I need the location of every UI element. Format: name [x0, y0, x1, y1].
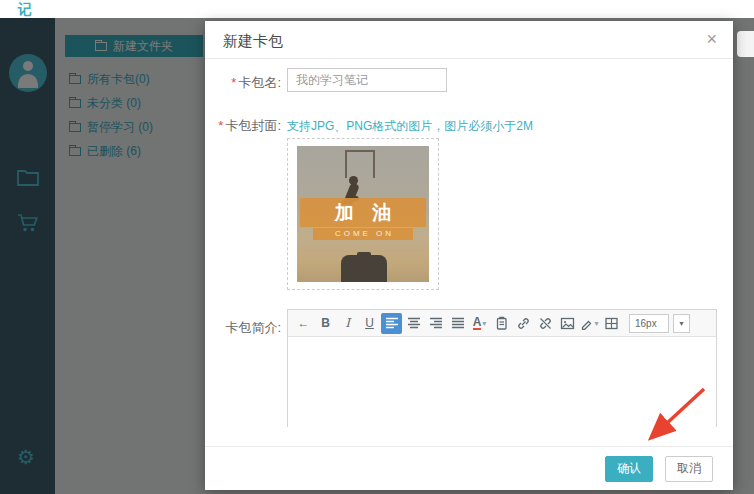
confirm-button[interactable]: 确认 — [605, 456, 653, 482]
unlink-icon[interactable] — [535, 313, 556, 334]
topbar: 记 — [0, 0, 754, 18]
font-color-button[interactable]: A▾ — [469, 313, 490, 334]
barrel-shape — [341, 255, 387, 282]
cover-upload-box[interactable]: 加 油 COME ON — [287, 138, 439, 290]
modal-header: 新建卡包 × — [205, 21, 733, 59]
modal-title: 新建卡包 — [223, 32, 283, 51]
italic-button[interactable]: I — [337, 313, 358, 334]
cancel-button[interactable]: 取消 — [665, 456, 713, 482]
goalpost-shape — [345, 150, 375, 178]
editor-content-area[interactable] — [288, 337, 716, 427]
partial-edge-element — [737, 31, 754, 57]
paste-icon[interactable] — [491, 313, 512, 334]
cover-title-text: 加 油 — [300, 198, 426, 227]
bold-button[interactable]: B — [315, 313, 336, 334]
cover-format-hint: 支持JPG、PNG格式的图片，图片必须小于2M — [287, 118, 533, 135]
close-icon[interactable]: × — [706, 30, 717, 48]
editor-toolbar: ← B I U A▾ — [288, 310, 716, 337]
modal-footer: 确认 取消 — [205, 446, 733, 490]
new-cardpack-modal: 新建卡包 × *卡包名: *卡包封面: 支持JPG、PNG格式的图片，图片必须小… — [205, 21, 733, 490]
cardpack-intro-label: 卡包简介: — [209, 319, 281, 337]
required-mark: * — [218, 118, 223, 133]
app-screen: 记 ⚙ 新建文件夹 所有卡包(0) 未分类 (0) — [0, 0, 754, 494]
cardpack-name-input[interactable] — [287, 68, 447, 92]
undo-icon[interactable]: ← — [293, 313, 314, 334]
cover-text-band: 加 油 COME ON — [297, 198, 429, 240]
cardpack-cover-label: *卡包封面: — [209, 117, 281, 135]
image-icon[interactable] — [557, 313, 578, 334]
underline-button[interactable]: U — [359, 313, 380, 334]
link-icon[interactable] — [513, 313, 534, 334]
font-size-select[interactable]: 16px — [629, 314, 669, 333]
align-right-icon[interactable] — [425, 313, 446, 334]
font-size-dropdown-icon[interactable]: ▾ — [673, 314, 690, 333]
cover-subtitle-text: COME ON — [313, 228, 413, 240]
highlight-pen-button[interactable]: ▾ — [579, 313, 600, 334]
app-logo: 记 — [18, 1, 32, 18]
align-justify-icon[interactable] — [447, 313, 468, 334]
align-center-icon[interactable] — [403, 313, 424, 334]
cover-image: 加 油 COME ON — [297, 146, 429, 282]
cardpack-name-label: *卡包名: — [209, 74, 281, 92]
align-left-icon[interactable] — [381, 313, 402, 334]
rich-text-editor: ← B I U A▾ — [287, 309, 717, 427]
table-icon[interactable] — [601, 313, 622, 334]
required-mark: * — [231, 75, 236, 90]
